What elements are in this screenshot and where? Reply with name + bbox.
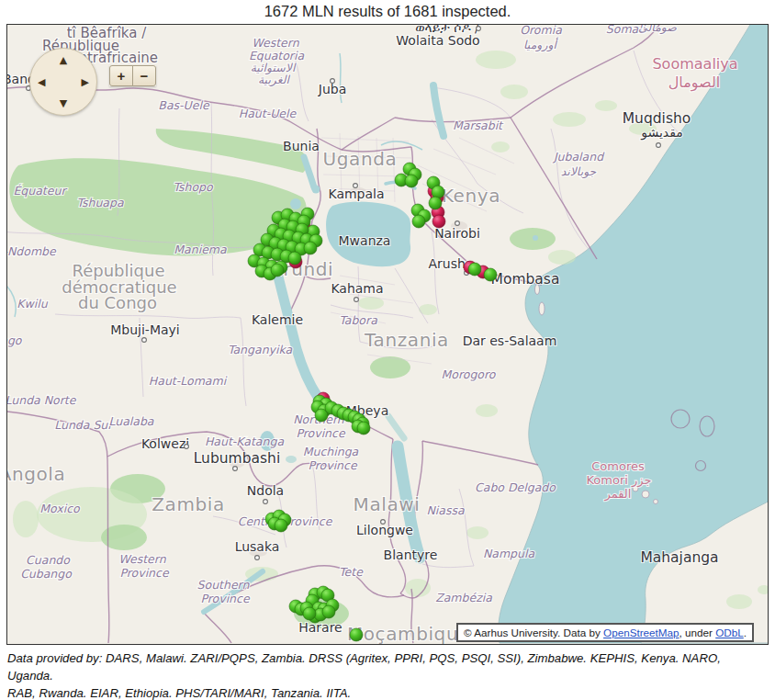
map-label: Lualaba bbox=[108, 414, 153, 428]
data-credits-line2: RAB, Rwanda. EIAR, Ethiopia. PHS/TARI/MA… bbox=[7, 684, 769, 700]
map-label: Dar es-Salaam bbox=[463, 333, 557, 348]
map-label: Province bbox=[308, 458, 357, 472]
odbl-link[interactable]: ODbL bbox=[715, 627, 744, 638]
map-label: Haut-Uele bbox=[239, 107, 298, 120]
city-dot bbox=[233, 467, 238, 471]
map-label: Soomaaliya bbox=[652, 55, 737, 73]
map-label: Kalemie bbox=[252, 312, 303, 327]
city-dot bbox=[354, 298, 359, 302]
map-label: Moçambique bbox=[347, 623, 470, 644]
map-label: Harare bbox=[298, 620, 343, 635]
map-label: Comores bbox=[591, 459, 645, 473]
map-label: Maniema bbox=[174, 243, 227, 256]
result-marker-green[interactable] bbox=[432, 186, 444, 198]
mln-results-app: 1672 MLN results of 1681 inspected. bbox=[0, 0, 775, 700]
result-marker-green[interactable] bbox=[304, 242, 317, 254]
map-label: Kwilu bbox=[17, 297, 48, 310]
map-label: du Congo bbox=[78, 293, 157, 312]
map-label: Zambia bbox=[152, 493, 225, 515]
map-label: Niassa bbox=[426, 503, 465, 517]
pan-left-button[interactable]: ◀ bbox=[38, 77, 45, 87]
map-label: مقديشو bbox=[640, 125, 683, 141]
map-label: Mbuji-Mayi bbox=[110, 322, 180, 337]
pan-up-button[interactable]: ▲ bbox=[60, 55, 67, 65]
map-label: Province bbox=[119, 566, 169, 580]
map-label: Komori جزر bbox=[586, 473, 651, 488]
result-marker-green[interactable] bbox=[484, 268, 497, 281]
city-dot bbox=[455, 221, 460, 226]
result-marker-green[interactable] bbox=[429, 197, 442, 209]
zoom-in-button[interactable]: + bbox=[109, 65, 133, 86]
map-label: Tanganyika bbox=[228, 343, 293, 356]
result-marker-green[interactable] bbox=[275, 519, 287, 532]
result-marker-green[interactable] bbox=[322, 605, 335, 618]
attribution-text: © Aarhus University. Data by bbox=[464, 627, 603, 638]
map-label: Tanzania bbox=[364, 329, 449, 351]
city-dot bbox=[477, 27, 481, 31]
map-label: أوروميا bbox=[523, 37, 558, 52]
openstreetmap-link[interactable]: OpenStreetMap bbox=[603, 627, 680, 638]
zoom-out-button[interactable]: − bbox=[132, 65, 156, 86]
data-credits-line1: Data provided by: DARS, Malawi. ZARI/PQP… bbox=[7, 649, 769, 684]
map-label: القمر bbox=[604, 487, 632, 502]
map-label: Nairobi bbox=[434, 226, 480, 241]
map-label: Oromia bbox=[520, 25, 562, 37]
map-label: Nampula bbox=[483, 547, 535, 560]
map-label: Province bbox=[200, 592, 250, 605]
zoom-control: + − bbox=[109, 65, 156, 86]
map-label: Uganda bbox=[323, 148, 398, 170]
map-label: Juba bbox=[318, 82, 346, 96]
map-label: صومالى bbox=[638, 25, 677, 35]
map-label: Western bbox=[118, 552, 166, 566]
map-canvas: tî Bêafrîka /RépubliquecentrafricaineBan… bbox=[7, 25, 768, 644]
pan-right-button[interactable]: ▶ bbox=[82, 77, 89, 87]
pan-control[interactable]: ▲ ▶ ▼ ◀ bbox=[29, 48, 97, 116]
map-label: Bunia bbox=[283, 139, 320, 153]
map-label: الصومال bbox=[668, 73, 721, 92]
map-label: Tshuapa bbox=[76, 196, 124, 209]
map-label: Kampala bbox=[328, 186, 384, 201]
city-dot bbox=[331, 79, 335, 84]
map-label: Moxico bbox=[39, 502, 81, 515]
map-label: الغربية bbox=[258, 73, 291, 87]
map-label: Tete bbox=[339, 565, 364, 579]
result-marker-green[interactable] bbox=[468, 263, 481, 276]
attribution-suffix: . bbox=[744, 627, 747, 638]
map-label: Lunda Sul bbox=[54, 418, 112, 432]
result-marker-green[interactable] bbox=[357, 422, 370, 435]
result-marker-green[interactable] bbox=[271, 264, 284, 277]
map-label: Lusaka bbox=[235, 539, 280, 554]
city-dot bbox=[185, 445, 189, 449]
map-label: Kolwezi bbox=[141, 436, 189, 451]
result-marker-red[interactable] bbox=[432, 215, 445, 228]
result-marker-green[interactable] bbox=[350, 628, 363, 641]
map-label: i-Ndombe bbox=[7, 244, 57, 258]
map-label: Cubango bbox=[20, 567, 73, 581]
map-label: Équateur bbox=[13, 184, 67, 198]
city-dot bbox=[142, 338, 147, 343]
map-label: Malawi bbox=[354, 493, 421, 515]
map-label: Tabora bbox=[339, 313, 377, 327]
map-label: Southern bbox=[197, 578, 251, 592]
city-dot bbox=[255, 556, 260, 560]
map-label: ngo bbox=[7, 333, 23, 347]
result-marker-green[interactable] bbox=[303, 607, 316, 620]
map-attribution: © Aarhus University. Data by OpenStreetM… bbox=[456, 623, 754, 642]
map-label: Muchinga bbox=[303, 445, 359, 458]
map-label: Kahama bbox=[331, 281, 383, 296]
map-label: Kenya bbox=[442, 185, 500, 207]
result-marker-green[interactable] bbox=[405, 175, 418, 187]
map-label: Lunda Norte bbox=[7, 393, 77, 407]
result-marker-green[interactable] bbox=[412, 215, 425, 228]
map-label: Haut-Katanga bbox=[205, 435, 284, 448]
pan-down-button[interactable]: ▼ bbox=[60, 98, 67, 108]
map-viewport[interactable]: tî Bêafrîka /RépubliquecentrafricaineBan… bbox=[6, 24, 769, 645]
result-marker-green[interactable] bbox=[288, 252, 301, 265]
map-label: Marsabit bbox=[453, 119, 504, 132]
data-credits: Data provided by: DARS, Malawi. ZARI/PQP… bbox=[7, 649, 769, 700]
map-label: Western bbox=[252, 36, 299, 50]
map-label: Wolaita Sodo bbox=[396, 33, 479, 48]
map-label: Cuando bbox=[26, 553, 71, 567]
city-dot bbox=[264, 500, 268, 504]
page-title: 1672 MLN results of 1681 inspected. bbox=[0, 3, 775, 20]
